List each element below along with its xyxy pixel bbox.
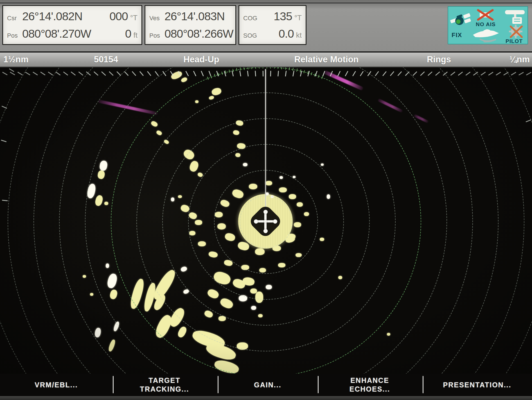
motion-mode: Relative Motion bbox=[294, 54, 359, 65]
cursor-bearing-unit: °T bbox=[130, 13, 137, 22]
ring-interval-readout: ¼nm bbox=[510, 54, 530, 65]
sog-row: SOG 0.0 kt bbox=[243, 27, 302, 40]
no-ais-status-label: NO AIS bbox=[476, 21, 496, 28]
cursor-latitude: 26°14'.082N bbox=[22, 10, 82, 23]
autopilot-gear-icon bbox=[507, 24, 525, 40]
cog-value: 135 bbox=[274, 10, 292, 23]
vessel-lat-row: Ves 26°14'.083N bbox=[149, 10, 231, 23]
vessel-pos-label: Pos bbox=[149, 32, 162, 39]
menu-separator bbox=[113, 376, 114, 393]
cog-row: COG 135 °T bbox=[243, 10, 302, 23]
orientation-mode: Head-Up bbox=[183, 54, 219, 65]
heading-line bbox=[265, 69, 266, 213]
scanner-id: 50154 bbox=[94, 54, 118, 65]
sog-label: SOG bbox=[243, 32, 257, 39]
bezel-bottom bbox=[0, 396, 532, 400]
vessel-label: Ves bbox=[149, 15, 162, 22]
cursor-lon-row: Pos 080°08'.270W 0 ft bbox=[7, 27, 137, 40]
cursor-tip bbox=[264, 220, 267, 223]
sog-value: 0.0 bbox=[279, 27, 294, 40]
bezel-line bbox=[0, 2, 532, 4]
cursor-lat-row: Csr 26°14'.082N 000 °T bbox=[7, 10, 137, 23]
range-readout: 1½nm bbox=[3, 54, 29, 65]
cursor-bearing: 000 bbox=[109, 10, 128, 23]
cursor-pos-label: Pos bbox=[7, 32, 19, 39]
menu-separator bbox=[318, 376, 319, 393]
rings-label: Rings bbox=[427, 54, 451, 65]
sounder-icon bbox=[504, 8, 526, 25]
cog-unit: °T bbox=[294, 13, 302, 22]
status-icon-panel: FIX NO AIS bbox=[448, 6, 528, 44]
fix-status-label: FIX bbox=[452, 31, 462, 39]
cursor-data-panel: Csr 26°14'.082N 000 °T Pos 080°08'.270W … bbox=[2, 5, 142, 45]
softkey-menu-bar: VRM/EBL... TARGET TRACKING... GAIN... EN… bbox=[0, 374, 532, 396]
enhance-echoes-button[interactable]: ENHANCE ECHOES... bbox=[350, 376, 390, 394]
cursor-longitude: 080°08'.270W bbox=[22, 27, 91, 40]
vrm-ebl-button[interactable]: VRM/EBL... bbox=[35, 381, 78, 389]
cursor-tip bbox=[263, 229, 268, 233]
cog-sog-panel: COG 135 °T SOG 0.0 kt bbox=[238, 5, 306, 45]
cursor-depth-unit: ft bbox=[134, 31, 137, 40]
cursor-tip bbox=[263, 210, 268, 214]
target-tracking-button[interactable]: TARGET TRACKING... bbox=[140, 376, 189, 394]
cursor-depth: 0 bbox=[125, 27, 131, 40]
ais-target-icon bbox=[476, 9, 495, 21]
cursor-tip bbox=[254, 219, 258, 224]
sog-unit: kt bbox=[296, 31, 302, 40]
menu-separator bbox=[423, 376, 423, 393]
cog-label: COG bbox=[243, 15, 257, 22]
cursor-tip bbox=[273, 219, 277, 224]
gain-button[interactable]: GAIN... bbox=[254, 381, 281, 389]
vessel-latitude: 26°14'.083N bbox=[164, 10, 225, 23]
menu-separator bbox=[218, 376, 218, 393]
vessel-lon-row: Pos 080°08'.266W bbox=[149, 27, 231, 40]
vessel-longitude: 080°08'.266W bbox=[164, 27, 233, 40]
cursor-label: Csr bbox=[7, 15, 19, 22]
header-bar: Csr 26°14'.082N 000 °T Pos 080°08'.270W … bbox=[0, 0, 532, 51]
radar-status-bar: 1½nm 50154 Head-Up Relative Motion Rings… bbox=[0, 51, 532, 67]
bearing-tick bbox=[263, 71, 263, 76]
pilot-status-label: PILOT bbox=[506, 38, 523, 44]
vessel-position-panel: Ves 26°14'.083N Pos 080°08'.266W bbox=[145, 5, 236, 45]
presentation-button[interactable]: PRESENTATION... bbox=[443, 381, 511, 389]
satellite-icon bbox=[450, 12, 472, 28]
boat-icon bbox=[472, 27, 506, 43]
radar-screen: Csr 26°14'.082N 000 °T Pos 080°08'.270W … bbox=[0, 0, 532, 400]
